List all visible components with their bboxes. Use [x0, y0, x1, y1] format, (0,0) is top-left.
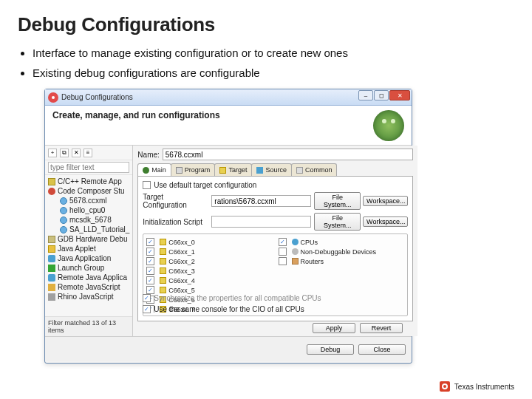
tree-item[interactable]: Rhino JavaScript — [47, 292, 131, 301]
close-button[interactable]: ✕ — [389, 90, 410, 100]
cfg-icon — [60, 207, 67, 214]
category-checkbox[interactable]: ✓ — [279, 238, 287, 246]
tree-item-label: 5678.ccxml — [69, 197, 107, 205]
tree-item[interactable]: SA_LLD_Tutorial_ — [47, 225, 131, 234]
cpu-row[interactable]: ✓C66xx_0 — [146, 237, 272, 247]
console-checkbox[interactable]: ✓ — [143, 305, 151, 313]
cpu-checkbox[interactable]: ✓ — [146, 267, 154, 275]
tree-item[interactable]: GDB Hardware Debu — [47, 234, 131, 244]
category-checkbox[interactable] — [279, 257, 287, 265]
bug-icon — [48, 92, 58, 103]
file-system-button-2[interactable]: File System... — [314, 213, 361, 231]
tree-item[interactable]: 5678.ccxml — [47, 196, 131, 205]
category-label: Non-Debuggable Devices — [301, 248, 377, 256]
bug-large-icon — [373, 110, 404, 141]
filter-match-text: Filter matched 13 of 13 items — [45, 316, 132, 336]
cpu-label: C66xx_1 — [168, 248, 195, 256]
tree-item[interactable]: hello_cpu0 — [47, 205, 131, 215]
router-icon — [292, 258, 299, 265]
category-checkbox[interactable] — [279, 248, 287, 256]
duplicate-config-button[interactable]: ⧉ — [60, 149, 69, 157]
filter-input[interactable] — [48, 162, 129, 173]
tab-common[interactable]: Common — [291, 163, 338, 176]
ccs-icon — [48, 188, 55, 195]
tab-program-label: Program — [185, 166, 211, 174]
cpu-checkbox[interactable]: ✓ — [146, 276, 154, 284]
bullet-1: Interface to manage existing configurati… — [33, 47, 514, 59]
tab-source[interactable]: Source — [251, 163, 292, 176]
close-dialog-button[interactable]: Close — [358, 344, 406, 355]
target-config-label: Target Configuration — [143, 193, 208, 209]
slide-title: Debug Configurations — [18, 13, 514, 36]
tree-item[interactable]: C/C++ Remote App — [47, 177, 131, 186]
init-script-input[interactable] — [211, 216, 311, 228]
tab-program[interactable]: Program — [171, 163, 216, 176]
target-config-input[interactable] — [211, 195, 311, 207]
use-default-checkbox[interactable] — [143, 181, 151, 189]
play-icon — [48, 265, 55, 272]
cpu-row[interactable]: ✓C66xx_3 — [146, 266, 272, 276]
config-tree[interactable]: C/C++ Remote AppCode Composer Stu5678.cc… — [45, 175, 132, 316]
debug-button[interactable]: Debug — [307, 344, 354, 355]
tree-item[interactable]: mcsdk_5678 — [47, 215, 131, 225]
name-input[interactable] — [163, 149, 413, 160]
rhino-icon — [48, 293, 55, 301]
tab-bar: Main Program Target Source Common — [137, 163, 412, 177]
category-row[interactable]: Routers — [279, 256, 404, 266]
tree-item[interactable]: Code Composer Stu — [47, 186, 131, 196]
target-icon — [219, 167, 226, 174]
tree-item-label: hello_cpu0 — [69, 206, 105, 214]
sync-checkbox[interactable]: ✓ — [143, 294, 151, 302]
cpu-row[interactable]: ✓C66xx_4 — [146, 276, 272, 285]
tree-item[interactable]: Remote Java Applica — [47, 273, 131, 282]
tree-item-label: mcsdk_5678 — [69, 216, 112, 224]
chip-icon — [160, 287, 166, 293]
titlebar[interactable]: Debug Configurations – ◻ ✕ — [45, 89, 412, 106]
cpu-row[interactable]: ✓C66xx_2 — [146, 256, 272, 266]
tab-main-label: Main — [151, 166, 166, 174]
cpu-label: C66xx_0 — [168, 239, 195, 246]
dialog-subtitle: Create, manage, and run configurations — [52, 110, 404, 120]
tab-target[interactable]: Target — [214, 163, 252, 176]
c-icon — [48, 178, 55, 185]
cpu-checkbox[interactable]: ✓ — [146, 286, 154, 294]
tree-item-label: Launch Group — [58, 264, 104, 272]
main-tab-panel: Use default target configuration Target … — [137, 177, 412, 321]
workspace-button-2[interactable]: Workspace... — [363, 216, 408, 227]
cpu-checkbox[interactable]: ✓ — [146, 248, 154, 256]
sync-label: Synchronize the properties for all compa… — [154, 294, 321, 302]
cpu-label: C66xx_4 — [168, 277, 195, 284]
parent-icon — [292, 239, 299, 245]
collapse-button[interactable]: ≡ — [83, 149, 92, 157]
config-toolbar: + ⧉ ✕ ≡ — [45, 146, 132, 160]
delete-config-button[interactable]: ✕ — [72, 149, 81, 157]
tree-item-label: Remote Java Applica — [58, 273, 127, 282]
tree-item[interactable]: Launch Group — [47, 263, 131, 273]
cpu-row[interactable]: ✓C66xx_1 — [146, 247, 272, 256]
js-icon — [48, 284, 55, 291]
cpu-checkbox[interactable]: ✓ — [146, 238, 154, 246]
tree-item[interactable]: Java Application — [47, 253, 131, 263]
tree-item[interactable]: Remote JavaScript — [47, 282, 131, 292]
cfg-icon — [60, 226, 67, 233]
new-config-button[interactable]: + — [48, 149, 57, 157]
tree-item-label: Code Composer Stu — [58, 187, 125, 195]
tab-source-label: Source — [265, 166, 287, 174]
category-row[interactable]: Non-Debuggable Devices — [279, 247, 404, 256]
tab-target-label: Target — [228, 166, 247, 174]
minimize-button[interactable]: – — [358, 90, 373, 100]
apply-button[interactable]: Apply — [313, 323, 355, 333]
debug-config-dialog: Debug Configurations – ◻ ✕ Create, manag… — [44, 89, 412, 364]
tree-item[interactable]: Java Applet — [47, 244, 131, 253]
category-label: Routers — [301, 258, 324, 265]
maximize-button[interactable]: ◻ — [374, 90, 389, 100]
chip-icon — [160, 248, 166, 255]
workspace-button-1[interactable]: Workspace... — [363, 196, 408, 206]
cpu-checkbox[interactable]: ✓ — [146, 257, 154, 265]
category-row[interactable]: ✓CPUs — [279, 237, 404, 247]
file-system-button[interactable]: File System... — [314, 192, 361, 210]
revert-button[interactable]: Revert — [360, 323, 403, 333]
chip-icon — [160, 277, 166, 284]
tree-item-label: Java Application — [58, 254, 111, 262]
tab-main[interactable]: Main — [137, 163, 171, 176]
